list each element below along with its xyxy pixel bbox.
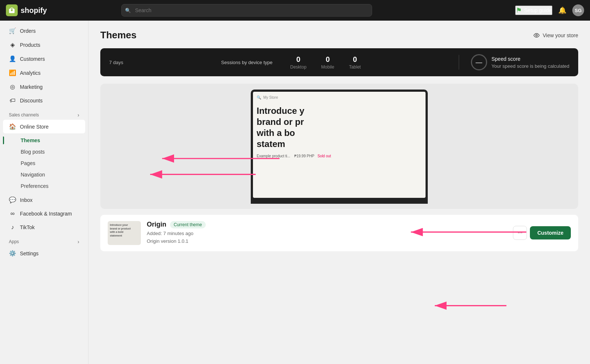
online-store-icon: 🏠: [9, 123, 16, 130]
apps-label: Apps: [9, 239, 19, 244]
green-bar: [3, 137, 4, 144]
bag-svg: [8, 7, 15, 14]
sidebar-facebook-instagram-label: Facebook & Instagram: [20, 211, 72, 217]
sidebar-marketing-label: Marketing: [20, 84, 42, 90]
theme-preview-section: 🔍 My Store Introduce ybrand or prwith a …: [100, 84, 578, 209]
speed-info: Speed score Your speed score is being ca…: [492, 56, 569, 69]
laptop-mockup: 🔍 My Store Introduce ybrand or prwith a …: [251, 90, 428, 204]
orders-icon: 🛒: [9, 27, 16, 34]
svg-point-0: [536, 34, 538, 36]
analytics-icon: 📶: [9, 69, 16, 76]
apps-section: Apps ›: [0, 234, 88, 246]
logo-bag-icon: [6, 4, 18, 16]
marketing-icon: ◎: [9, 83, 16, 90]
desktop-label: Desktop: [290, 64, 306, 70]
sidebar-item-products[interactable]: ◈ Products: [3, 38, 85, 52]
theme-name-row: Origin Current theme: [147, 221, 507, 228]
customize-button[interactable]: Customize: [530, 226, 571, 239]
sales-channels-section: Sales channels ›: [0, 108, 88, 119]
hero-text: Introduce ybrand or prwith a bostatem: [257, 105, 422, 150]
theme-name: Origin: [147, 221, 166, 228]
sidebar-item-online-store[interactable]: 🏠 Online Store: [3, 120, 85, 133]
desktop-val: 0: [290, 55, 306, 64]
more-options-button[interactable]: ···: [513, 226, 527, 240]
customize-label: Customize: [537, 230, 563, 236]
product-title-label: Example product ti...: [257, 154, 290, 158]
sidebar-sub-item-preferences[interactable]: Preferences: [3, 181, 85, 192]
search-wrap: [121, 4, 372, 17]
customers-icon: 👤: [9, 55, 16, 62]
view-store-label: View your store: [543, 32, 578, 38]
layout: 🛒 Orders ◈ Products 👤 Customers 📶 Analyt…: [0, 21, 590, 364]
sidebar-settings-label: Settings: [20, 251, 39, 256]
sidebar-sub-item-blog-posts[interactable]: Blog posts: [3, 146, 85, 157]
theme-actions: ··· Customize: [513, 226, 571, 240]
speed-divider: [459, 55, 459, 70]
store-header: 🔍 My Store: [257, 95, 422, 99]
flag-icon: ⚑: [516, 6, 522, 14]
stats-bar: 7 days Sessions by device type 0 Desktop…: [100, 48, 578, 76]
product-price-preview: ₱19.99 PHP: [294, 154, 314, 158]
theme-version: Origin version 1.0.1: [147, 238, 507, 245]
store-name-label: My Store: [263, 95, 278, 99]
topbar-right: ⚑ Setup guide 🔔 SG: [515, 4, 584, 16]
sidebar-item-facebook-instagram[interactable]: ∞ Facebook & Instagram: [3, 207, 85, 220]
sessions-group: Sessions by device type 0 Desktop 0 Mobi…: [135, 55, 447, 70]
page-header: Themes View your store: [100, 29, 578, 41]
search-bar[interactable]: [121, 4, 372, 17]
inbox-icon: 💬: [9, 196, 16, 203]
shopify-text: shopify: [21, 6, 47, 15]
settings-icon: ⚙️: [9, 250, 16, 257]
sidebar-item-orders[interactable]: 🛒 Orders: [3, 24, 85, 38]
pages-label: Pages: [21, 160, 35, 166]
sold-out-label: Sold out: [317, 154, 331, 158]
preferences-label: Preferences: [21, 183, 48, 189]
sales-channels-arrow[interactable]: ›: [77, 112, 79, 118]
sidebar-item-customers[interactable]: 👤 Customers: [3, 52, 85, 66]
mobile-val: 0: [321, 55, 334, 64]
sidebar-tiktok-label: TikTok: [20, 224, 35, 230]
speed-circle: —: [471, 54, 487, 70]
speed-section: — Speed score Your speed score is being …: [471, 54, 569, 70]
sidebar-sub-item-navigation[interactable]: Navigation: [3, 169, 85, 180]
sidebar-item-settings[interactable]: ⚙️ Settings: [3, 246, 85, 260]
speed-title: Speed score: [492, 56, 569, 62]
sidebar-customers-label: Customers: [20, 56, 45, 62]
facebook-instagram-icon: ∞: [9, 210, 16, 217]
topbar: shopify ⚑ Setup guide 🔔 SG: [0, 0, 590, 21]
sidebar-item-discounts[interactable]: 🏷 Discounts: [3, 94, 85, 107]
laptop-screen: 🔍 My Store Introduce ybrand or prwith a …: [253, 92, 426, 198]
sidebar-sub-item-themes[interactable]: Themes: [3, 135, 85, 146]
product-title-preview: Example product ti... ₱19.99 PHP Sold ou…: [257, 154, 422, 158]
mobile-label: Mobile: [321, 64, 334, 70]
mobile-stat: 0 Mobile: [321, 55, 334, 70]
shopify-logo[interactable]: shopify: [6, 4, 47, 16]
speed-desc: Your speed score is being calculated: [492, 63, 569, 69]
tablet-label: Tablet: [349, 64, 361, 70]
theme-details: Origin Current theme Added: 7 minutes ag…: [147, 221, 507, 245]
setup-guide-button[interactable]: ⚑ Setup guide: [515, 6, 552, 15]
theme-preview-inner: 🔍 My Store Introduce ybrand or prwith a …: [100, 84, 578, 209]
products-icon: ◈: [9, 41, 16, 48]
sidebar-analytics-label: Analytics: [20, 70, 41, 76]
sidebar-item-marketing[interactable]: ◎ Marketing: [3, 80, 85, 94]
sidebar-discounts-label: Discounts: [20, 98, 42, 104]
sidebar-sub-item-pages[interactable]: Pages: [3, 158, 85, 169]
tablet-stat: 0 Tablet: [349, 55, 361, 70]
bell-icon[interactable]: 🔔: [558, 6, 566, 14]
page-title: Themes: [100, 29, 136, 41]
sidebar: 🛒 Orders ◈ Products 👤 Customers 📶 Analyt…: [0, 21, 88, 364]
sidebar-item-analytics[interactable]: 📶 Analytics: [3, 66, 85, 80]
sidebar-item-inbox[interactable]: 💬 Inbox: [3, 193, 85, 207]
search-input[interactable]: [121, 4, 372, 17]
sidebar-inbox-label: Inbox: [20, 197, 32, 203]
current-theme-badge: Current theme: [170, 221, 206, 228]
tiktok-icon: ♪: [9, 224, 16, 231]
sidebar-item-tiktok[interactable]: ♪ TikTok: [3, 221, 85, 234]
theme-thumbnail: Introduce yourbrand or productwith a bol…: [108, 221, 141, 245]
avatar[interactable]: SG: [572, 4, 584, 16]
setup-guide-label: Setup guide: [524, 7, 552, 13]
apps-arrow[interactable]: ›: [77, 239, 79, 245]
view-store-button[interactable]: View your store: [533, 32, 578, 39]
eye-icon: [533, 32, 540, 39]
